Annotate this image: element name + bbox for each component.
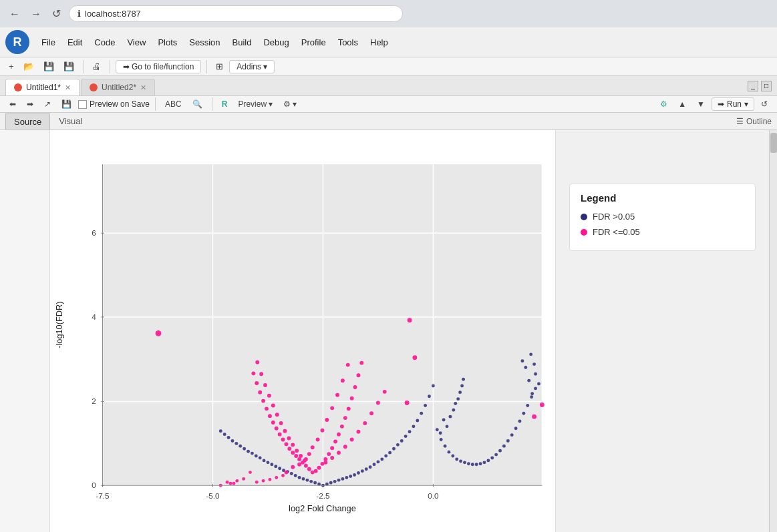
menu-code[interactable]: Code bbox=[89, 35, 120, 49]
svg-point-61 bbox=[349, 475, 352, 478]
main-content: 0 2 4 6 -7.5 -5.0 -2.5 0.0 bbox=[0, 130, 777, 532]
svg-point-180 bbox=[363, 421, 367, 425]
svg-point-118 bbox=[462, 378, 465, 381]
svg-point-122 bbox=[520, 359, 524, 362]
redo-button[interactable]: ➡ bbox=[23, 97, 37, 111]
tab-untitled2[interactable]: Untitled2* ✕ bbox=[81, 79, 155, 95]
svg-point-69 bbox=[380, 458, 383, 461]
svg-point-158 bbox=[353, 385, 357, 389]
addins-chevron-icon: ▾ bbox=[263, 62, 267, 71]
legend-title: Legend bbox=[581, 192, 744, 204]
svg-point-162 bbox=[299, 454, 303, 458]
save-button[interactable]: 💾 bbox=[40, 59, 57, 73]
svg-point-185 bbox=[291, 465, 295, 469]
tab-close-2[interactable]: ✕ bbox=[140, 83, 146, 92]
svg-text:0.0: 0.0 bbox=[428, 491, 439, 500]
edge-scrollbar[interactable] bbox=[769, 130, 777, 532]
svg-point-164 bbox=[291, 443, 295, 447]
svg-point-34 bbox=[298, 476, 301, 479]
svg-point-172 bbox=[259, 372, 263, 376]
svg-point-57 bbox=[333, 480, 337, 483]
folder-icon: 📂 bbox=[23, 61, 34, 71]
svg-point-113 bbox=[452, 409, 455, 412]
menu-build[interactable]: Build bbox=[227, 35, 257, 49]
reload-button[interactable]: ↺ bbox=[49, 6, 63, 21]
up-button[interactable]: ▲ bbox=[674, 97, 690, 111]
svg-point-97 bbox=[490, 457, 494, 460]
maximize-button[interactable]: □ bbox=[761, 81, 772, 91]
addins-button[interactable]: Addins ▾ bbox=[229, 60, 275, 73]
preview-button[interactable]: Preview ▾ bbox=[234, 97, 277, 111]
svg-point-116 bbox=[458, 390, 462, 394]
svg-point-123 bbox=[534, 372, 537, 376]
svg-point-207 bbox=[242, 477, 245, 481]
plot-container: 0 2 4 6 -7.5 -5.0 -2.5 0.0 bbox=[50, 130, 555, 532]
svg-point-147 bbox=[317, 466, 321, 470]
run-button[interactable]: ➡ Run ▾ bbox=[712, 97, 754, 111]
save-editor-button[interactable]: 💾 bbox=[57, 97, 75, 111]
svg-point-212 bbox=[268, 478, 271, 481]
editor-sep-2 bbox=[212, 97, 212, 111]
svg-point-163 bbox=[295, 449, 299, 453]
svg-point-191 bbox=[321, 429, 325, 433]
save-all-button[interactable]: 💾 bbox=[60, 59, 77, 73]
svg-point-47 bbox=[247, 450, 250, 453]
menu-debug[interactable]: Debug bbox=[258, 35, 294, 49]
svg-point-96 bbox=[486, 459, 490, 462]
svg-point-203 bbox=[232, 482, 235, 485]
goto-file-button[interactable]: ➡ Go to file/function bbox=[116, 60, 202, 73]
spellcheck-button[interactable]: ABC bbox=[161, 97, 186, 111]
tab-source[interactable]: Source bbox=[5, 113, 50, 129]
menu-profile[interactable]: Profile bbox=[296, 35, 331, 49]
address-bar[interactable]: ℹ localhost:8787 bbox=[69, 5, 403, 22]
svg-text:log2 Fold Change: log2 Fold Change bbox=[289, 504, 356, 514]
menu-view[interactable]: View bbox=[122, 35, 151, 49]
svg-point-100 bbox=[502, 445, 506, 448]
tab-close-1[interactable]: ✕ bbox=[65, 83, 71, 92]
search-button[interactable]: 🔍 bbox=[188, 97, 206, 111]
svg-point-101 bbox=[506, 439, 510, 443]
svg-point-45 bbox=[255, 455, 258, 458]
preview-on-save-checkbox[interactable] bbox=[78, 100, 87, 109]
svg-point-83 bbox=[436, 428, 439, 431]
volcano-plot: 0 2 4 6 -7.5 -5.0 -2.5 0.0 bbox=[50, 130, 555, 532]
menu-plots[interactable]: Plots bbox=[152, 35, 182, 49]
svg-point-58 bbox=[337, 479, 341, 482]
grid-button[interactable]: ⊞ bbox=[212, 59, 226, 73]
minimize-button[interactable]: _ bbox=[748, 81, 758, 91]
tab-untitled1[interactable]: Untitled1* ✕ bbox=[5, 79, 80, 95]
menu-edit[interactable]: Edit bbox=[62, 35, 88, 49]
svg-point-33 bbox=[302, 477, 305, 481]
tab-visual[interactable]: Visual bbox=[50, 113, 91, 129]
menu-file[interactable]: File bbox=[36, 35, 61, 49]
svg-text:0: 0 bbox=[92, 481, 96, 489]
menu-session[interactable]: Session bbox=[184, 35, 225, 49]
preview-chevron-icon: ▾ bbox=[269, 99, 273, 109]
svg-point-52 bbox=[227, 436, 230, 439]
source-button[interactable]: ↗ bbox=[40, 97, 55, 111]
print-button[interactable]: 🖨 bbox=[89, 59, 104, 73]
new-file-button[interactable]: + bbox=[5, 59, 17, 73]
svg-point-146 bbox=[314, 469, 318, 473]
undo-button[interactable]: ⬅ bbox=[5, 97, 20, 111]
open-file-button[interactable]: 📂 bbox=[20, 59, 37, 73]
outline-button[interactable]: ☰ Outline bbox=[736, 117, 772, 126]
svg-point-88 bbox=[455, 458, 458, 461]
svg-point-151 bbox=[330, 446, 334, 450]
knit-icon: R bbox=[222, 99, 228, 109]
back-button[interactable]: ← bbox=[7, 7, 23, 21]
svg-point-171 bbox=[263, 383, 267, 387]
menu-tools[interactable]: Tools bbox=[333, 35, 363, 49]
svg-point-165 bbox=[287, 437, 291, 441]
scrollbar-thumb[interactable] bbox=[770, 133, 777, 153]
rerun-button[interactable]: ↺ bbox=[757, 97, 772, 111]
forward-button[interactable]: → bbox=[28, 7, 44, 21]
down-button[interactable]: ▼ bbox=[693, 97, 709, 111]
source-visual-tabs: Source Visual ☰ Outline bbox=[0, 113, 777, 130]
svg-point-132 bbox=[294, 454, 298, 458]
preview-on-save-label[interactable]: Preview on Save bbox=[78, 99, 150, 109]
settings-button[interactable]: ⚙ ▾ bbox=[279, 97, 301, 111]
compile-button[interactable]: ⚙ bbox=[656, 97, 671, 111]
menu-help[interactable]: Help bbox=[365, 35, 394, 49]
r-knit-button[interactable]: R bbox=[218, 97, 232, 111]
